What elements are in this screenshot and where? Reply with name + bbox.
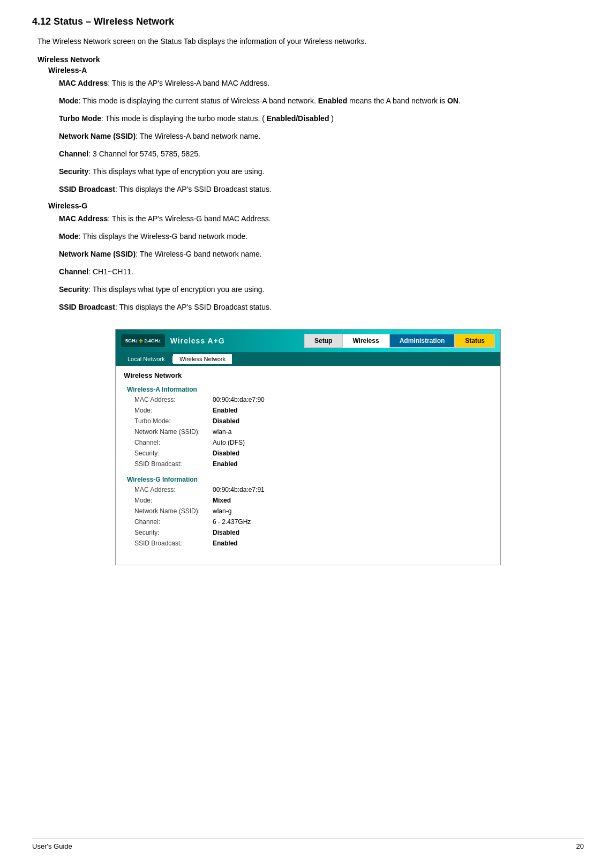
field-ssid-a-name: Network Name (SSID): xyxy=(124,426,209,437)
field-turbo-a-value: Disabled xyxy=(209,416,492,426)
nav-tab-administration[interactable]: Administration xyxy=(389,334,455,348)
sub-nav: Local Network | Wireless Network xyxy=(116,352,500,366)
param-mode-a: Mode: This mode is displaying the curren… xyxy=(59,95,584,107)
field-channel-g-value: 6 - 2.437GHz xyxy=(209,516,492,527)
wireless-a-heading: Wireless-A xyxy=(48,66,584,74)
table-row: Security: Disabled xyxy=(124,527,492,538)
param-security-a: Security: This displays what type of enc… xyxy=(59,166,584,177)
param-ssid-broadcast-g: SSID Broadcast: This displays the AP's S… xyxy=(59,302,584,313)
router-nav: Setup Wireless Administration Status xyxy=(304,334,495,348)
section-title: 4.12 Status – Wireless Network xyxy=(32,16,584,27)
field-mac-g-name: MAC Address: xyxy=(124,484,209,495)
table-row: MAC Address: 00:90:4b:da:e7:90 xyxy=(124,394,492,405)
field-ssid-broadcast-a-name: SSID Broadcast: xyxy=(124,459,209,469)
table-row: Channel: 6 - 2.437GHz xyxy=(124,516,492,527)
sub-nav-local-network[interactable]: Local Network xyxy=(121,354,171,364)
field-ssid-g-value: wlan-g xyxy=(209,506,492,516)
table-row: MAC Address: 00:90:4b:da:e7:91 xyxy=(124,484,492,495)
param-label-channel-g: Channel xyxy=(59,267,88,276)
wireless-g-section-label: Wireless-G Information xyxy=(124,474,209,484)
router-header: 5GHz + 2.4GHz Wireless A+G Setup Wireles… xyxy=(116,330,500,352)
footer-right: 20 xyxy=(576,842,584,850)
field-security-g-value: Disabled xyxy=(209,527,492,538)
logo-plus: + xyxy=(139,336,143,345)
field-channel-g-name: Channel: xyxy=(124,516,209,527)
field-ssid-g-name: Network Name (SSID): xyxy=(124,506,209,516)
intro-text: The Wireless Network screen on the Statu… xyxy=(37,37,584,46)
param-label-ssid-a: Network Name (SSID) xyxy=(59,132,136,140)
field-mode-g-value: Mixed xyxy=(209,495,492,506)
param-label-security-a: Security xyxy=(59,167,88,176)
param-label-mac-g: MAC Address xyxy=(59,214,108,223)
wireless-a-section-label: Wireless-A Information xyxy=(124,384,209,394)
param-label-mode-g: Mode xyxy=(59,232,79,241)
table-row: Channel: Auto (DFS) xyxy=(124,437,492,448)
param-channel-a: Channel: 3 Channel for 5745, 5785, 5825. xyxy=(59,148,584,160)
router-screenshot: 5GHz + 2.4GHz Wireless A+G Setup Wireles… xyxy=(115,329,501,565)
field-mode-a-name: Mode: xyxy=(124,405,209,416)
nav-tab-status[interactable]: Status xyxy=(455,334,495,348)
page-content: 4.12 Status – Wireless Network The Wirel… xyxy=(0,0,616,613)
param-label-mac-a: MAC Address xyxy=(59,79,108,87)
logo-24ghz: 2.4GHz xyxy=(144,338,161,343)
table-row: Network Name (SSID): wlan-g xyxy=(124,506,492,516)
param-mac-address-g: MAC Address: This is the AP's Wireless-G… xyxy=(59,213,584,224)
field-mode-g-name: Mode: xyxy=(124,495,209,506)
table-row: Mode: Mixed xyxy=(124,495,492,506)
nav-tab-wireless[interactable]: Wireless xyxy=(342,334,389,348)
param-ssid-g: Network Name (SSID): The Wireless-G band… xyxy=(59,249,584,260)
router-logo: 5GHz + 2.4GHz xyxy=(121,334,165,347)
field-mac-a-name: MAC Address: xyxy=(124,394,209,405)
table-row: Mode: Enabled xyxy=(124,405,492,416)
param-label-ssid-broadcast-a: SSID Broadcast xyxy=(59,185,115,193)
sub-nav-wireless-network[interactable]: Wireless Network xyxy=(173,354,232,364)
field-ssid-broadcast-a-value: Enabled xyxy=(209,459,492,469)
field-mac-a-value: 00:90:4b:da:e7:90 xyxy=(209,394,492,405)
table-row: Network Name (SSID): wlan-a xyxy=(124,426,492,437)
param-label-channel-a: Channel xyxy=(59,149,88,158)
router-brand: Wireless A+G xyxy=(170,336,225,345)
field-security-g-name: Security: xyxy=(124,527,209,538)
field-channel-a-name: Channel: xyxy=(124,437,209,448)
router-body: Wireless Network Wireless-A Information … xyxy=(116,366,500,565)
wireless-g-section-row: Wireless-G Information xyxy=(124,474,492,484)
param-ssid-broadcast-a: SSID Broadcast: This displays the AP's S… xyxy=(59,184,584,195)
param-channel-g: Channel: CH1~CH11. xyxy=(59,266,584,278)
param-mac-address-a: MAC Address: This is the AP's Wireless-A… xyxy=(59,78,584,89)
spacer-row xyxy=(124,469,492,474)
table-row: SSID Broadcast: Enabled xyxy=(124,538,492,549)
nav-tab-setup[interactable]: Setup xyxy=(304,334,342,348)
field-security-a-value: Disabled xyxy=(209,448,492,459)
wireless-g-heading: Wireless-G xyxy=(48,201,584,210)
page-footer: User's Guide 20 xyxy=(32,838,584,850)
param-label-ssid-broadcast-g: SSID Broadcast xyxy=(59,303,115,311)
param-mode-g: Mode: This displays the Wireless-G band … xyxy=(59,231,584,242)
field-turbo-a-name: Turbo Mode: xyxy=(124,416,209,426)
param-turbo-mode-a: Turbo Mode: This mode is displaying the … xyxy=(59,113,584,124)
param-label-ssid-g: Network Name (SSID) xyxy=(59,250,136,258)
param-label-turbo-a: Turbo Mode xyxy=(59,114,101,123)
wireless-info-table: Wireless-A Information MAC Address: 00:9… xyxy=(124,384,492,549)
logo-5ghz: 5GHz xyxy=(125,338,138,343)
field-mode-a-value: Enabled xyxy=(209,405,492,416)
param-label-security-g: Security xyxy=(59,285,88,294)
footer-left: User's Guide xyxy=(32,842,72,850)
router-section-title: Wireless Network xyxy=(124,371,492,379)
table-row: Security: Disabled xyxy=(124,448,492,459)
field-ssid-broadcast-g-value: Enabled xyxy=(209,538,492,549)
field-ssid-a-value: wlan-a xyxy=(209,426,492,437)
table-row: Turbo Mode: Disabled xyxy=(124,416,492,426)
field-ssid-broadcast-g-name: SSID Broadcast: xyxy=(124,538,209,549)
param-label-mode-a: Mode xyxy=(59,96,79,105)
wireless-a-section-row: Wireless-A Information xyxy=(124,384,492,394)
param-ssid-a: Network Name (SSID): The Wireless-A band… xyxy=(59,131,584,142)
param-security-g: Security: This displays what type of enc… xyxy=(59,284,584,295)
field-mac-g-value: 00:90:4b:da:e7:91 xyxy=(209,484,492,495)
field-channel-a-value: Auto (DFS) xyxy=(209,437,492,448)
field-security-a-name: Security: xyxy=(124,448,209,459)
wireless-network-heading: Wireless Network xyxy=(37,55,584,64)
table-row: SSID Broadcast: Enabled xyxy=(124,459,492,469)
